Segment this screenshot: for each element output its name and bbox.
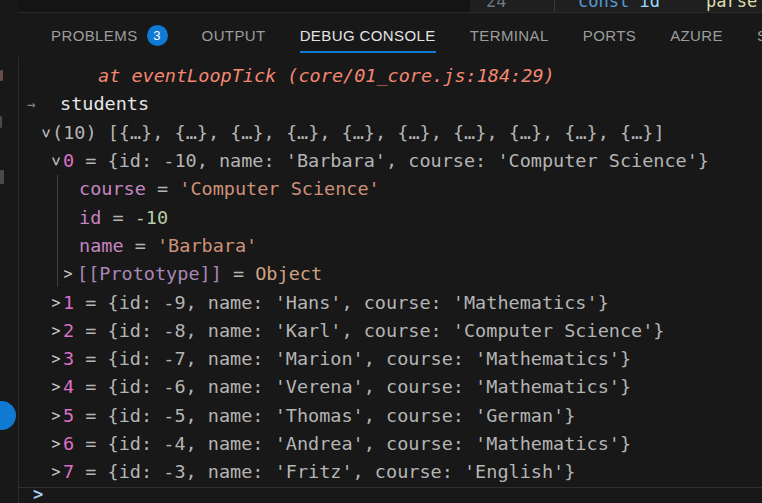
array-item-row: 6 = {id: -4, name: 'Andrea', course: 'Ma…	[18, 430, 762, 458]
array-item-row: 5 = {id: -5, name: 'Thomas', course: 'Ge…	[18, 402, 762, 430]
tab-terminal[interactable]: TERMINAL	[470, 13, 549, 57]
chevron-right-icon[interactable]	[48, 373, 64, 401]
indent-guide	[554, 0, 555, 12]
prototype-row: [[Prototype]] = Object	[18, 260, 762, 288]
tab-output[interactable]: OUTPUT	[202, 13, 266, 57]
tab-sql-history[interactable]: SQL H	[757, 13, 762, 57]
panel-tab-bar: PROBLEMS 3 OUTPUT DEBUG CONSOLE TERMINAL…	[18, 12, 762, 57]
editor-line-number: 24	[486, 0, 506, 11]
arrow-right-icon: →	[27, 90, 35, 118]
chevron-right-icon[interactable]	[48, 289, 64, 317]
chevron-right-icon[interactable]	[48, 317, 64, 345]
array-item-row: 3 = {id: -7, name: 'Marion', course: 'Ma…	[18, 345, 762, 373]
editor-strip: 24 const id parse	[18, 0, 762, 12]
tab-azure[interactable]: AZURE	[670, 13, 723, 57]
tab-problems[interactable]: PROBLEMS 3	[51, 13, 168, 57]
array-item-row: 2 = {id: -8, name: 'Karl', course: 'Comp…	[18, 317, 762, 345]
array-item-row: 1 = {id: -9, name: 'Hans', course: 'Math…	[18, 289, 762, 317]
console-input-field[interactable]: >	[18, 487, 762, 503]
property-row: course = 'Computer Science'	[18, 175, 762, 203]
property-row: id = -10	[18, 204, 762, 232]
notification-badge-icon	[0, 401, 16, 430]
chevron-right-icon: >	[33, 484, 43, 503]
chevron-right-icon[interactable]	[48, 345, 64, 373]
rail-mark	[0, 116, 2, 128]
rail-mark	[0, 70, 3, 81]
editor-code-partial: parse	[706, 0, 757, 11]
stack-trace-line: at eventLoopTick (core/01_core.js:184:29…	[18, 62, 762, 90]
chevron-right-icon[interactable]	[48, 402, 64, 430]
chevron-down-icon[interactable]	[48, 147, 64, 175]
chevron-right-icon[interactable]	[48, 430, 64, 458]
console-input-echo: → students	[18, 90, 762, 118]
array-item-row: 7 = {id: -3, name: 'Fritz', course: 'Eng…	[18, 458, 762, 486]
left-rail	[0, 0, 19, 503]
debug-console-output: at eventLoopTick (core/01_core.js:184:29…	[18, 57, 762, 503]
array-item-row-expanded: 0 = {id: -10, name: 'Barbara', course: '…	[18, 147, 762, 175]
editor-code: const id	[578, 0, 660, 11]
chevron-right-icon[interactable]	[48, 458, 64, 486]
tab-ports[interactable]: PORTS	[583, 13, 636, 57]
rail-mark	[0, 170, 4, 184]
array-item-row: 4 = {id: -6, name: 'Verena', course: 'Ma…	[18, 373, 762, 401]
problems-count-badge: 3	[147, 25, 168, 46]
array-result-row: (10) [{…}, {…}, {…}, {…}, {…}, {…}, {…},…	[18, 119, 762, 147]
property-row: name = 'Barbara'	[18, 232, 762, 260]
chevron-right-icon[interactable]	[60, 260, 76, 288]
tab-debug-console[interactable]: DEBUG CONSOLE	[300, 13, 436, 57]
